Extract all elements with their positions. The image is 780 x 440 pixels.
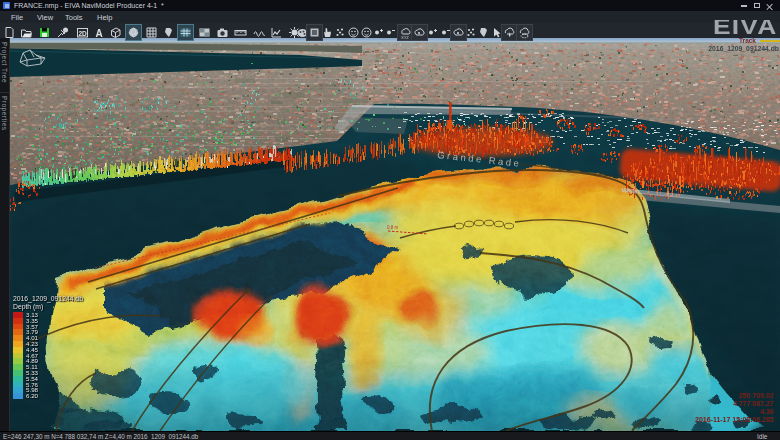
svg-text:Track: Track [739, 37, 756, 44]
svg-text:2D: 2D [78, 29, 87, 36]
svg-text:0.8 m: 0.8 m [387, 225, 399, 230]
svg-text:2016-11-17 15:08:06.285: 2016-11-17 15:08:06.285 [695, 416, 774, 423]
svg-text:4 777 087.27: 4 777 087.27 [733, 400, 774, 407]
svg-text:250 709.02: 250 709.02 [739, 392, 774, 399]
svg-text:A: A [95, 27, 102, 38]
svg-text:XYZ: XYZ [401, 34, 409, 39]
svg-text:4.36: 4.36 [760, 408, 774, 415]
svg-text:2016_1209_091244.db: 2016_1209_091244.db [708, 45, 779, 52]
